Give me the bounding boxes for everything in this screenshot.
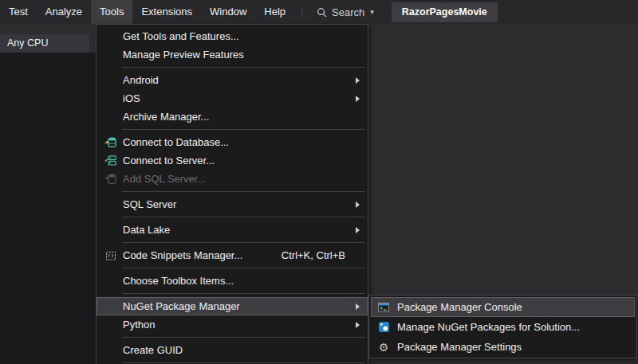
search-box[interactable]: Search ▾	[309, 0, 381, 24]
icon-spacer	[102, 110, 120, 124]
menu-separator	[122, 362, 365, 363]
menu-item-connect-to-server[interactable]: Connect to Server...	[96, 151, 368, 170]
icon-spacer	[102, 343, 120, 358]
editor-background	[0, 53, 96, 364]
submenu-arrow-icon	[356, 227, 360, 233]
database-plug-icon	[102, 135, 120, 150]
tools-dropdown-menu: Get Tools and Features... Manage Preview…	[96, 24, 368, 364]
vs-window: Any CPU Test Analyze Tools Extensions Wi…	[0, 0, 638, 364]
menu-item-label: Connect to Server...	[123, 155, 363, 166]
icon-spacer	[102, 48, 120, 62]
menu-separator	[122, 129, 365, 130]
menu-item-connect-to-database[interactable]: Connect to Database...	[96, 133, 368, 151]
menu-help[interactable]: Help	[255, 0, 294, 24]
submenu-arrow-icon	[356, 77, 360, 84]
gear-icon: ⚙	[376, 340, 392, 354]
menu-item-android[interactable]: Android	[96, 71, 368, 89]
menu-separator	[122, 242, 365, 243]
icon-spacer	[102, 73, 120, 88]
menu-item-label: Add SQL Server...	[123, 173, 363, 185]
menu-separator	[122, 337, 365, 338]
menu-item-label: Manage Preview Features	[123, 49, 363, 61]
menu-item-label: Archive Manager...	[123, 111, 363, 123]
menu-item-label: Code Snippets Manager...	[123, 249, 282, 261]
menu-separator	[122, 191, 365, 192]
submenu-item-package-manager-settings[interactable]: ⚙ Package Manager Settings	[371, 337, 635, 357]
submenu-item-label: Manage NuGet Packages for Solution...	[397, 321, 628, 333]
menu-tools[interactable]: Tools	[91, 0, 132, 24]
startup-project-button[interactable]: RazorPagesMovie	[392, 2, 498, 22]
nuget-icon	[376, 320, 392, 335]
menu-item-ios[interactable]: iOS	[96, 89, 368, 108]
submenu-arrow-icon	[356, 322, 360, 328]
submenu-arrow-icon	[356, 303, 360, 310]
menu-separator	[122, 268, 365, 268]
icon-spacer	[102, 318, 120, 332]
menu-item-nuget-package-manager[interactable]: NuGet Package Manager	[96, 297, 368, 315]
menu-separator	[122, 217, 365, 217]
icon-spacer	[102, 92, 120, 106]
menu-item-label: Connect to Database...	[123, 136, 363, 148]
menu-item-label: Choose Toolbox Items...	[123, 275, 363, 287]
submenu-arrow-icon	[356, 202, 360, 208]
menu-item-label: Android	[123, 74, 356, 86]
icon-spacer	[102, 274, 120, 288]
menu-window[interactable]: Window	[201, 0, 255, 24]
menu-item-label: Python	[123, 319, 356, 331]
icon-spacer	[102, 223, 120, 237]
menu-bar: Test Analyze Tools Extensions Window Hel…	[0, 0, 638, 24]
icon-spacer	[102, 299, 120, 314]
menu-analyze[interactable]: Analyze	[37, 0, 91, 24]
menu-item-archive-manager[interactable]: Archive Manager...	[96, 108, 368, 126]
platform-selector[interactable]: Any CPU	[0, 34, 89, 53]
submenu-arrow-icon	[356, 96, 360, 102]
menu-item-choose-toolbox-items[interactable]: Choose Toolbox Items...	[96, 272, 368, 290]
menu-item-label: iOS	[123, 92, 356, 104]
menu-item-add-sql-server[interactable]: Add SQL Server...	[96, 170, 368, 188]
menu-test[interactable]: Test	[0, 0, 37, 24]
menu-extensions[interactable]: Extensions	[132, 0, 201, 24]
search-icon	[317, 7, 327, 18]
menu-separator	[122, 293, 365, 294]
menu-item-manage-preview-features[interactable]: Manage Preview Features	[96, 45, 368, 64]
server-plug-icon	[102, 154, 120, 168]
submenu-item-label: Package Manager Settings	[397, 341, 628, 353]
menu-item-create-guid[interactable]: Create GUID	[96, 341, 368, 359]
menubar-divider	[301, 6, 302, 18]
menu-item-label: Create GUID	[123, 344, 363, 356]
menu-item-label: Data Lake	[123, 224, 356, 236]
submenu-item-package-manager-console[interactable]: Package Manager Console	[371, 297, 635, 317]
menu-item-python[interactable]: Python	[96, 315, 368, 334]
menu-item-label: Get Tools and Features...	[123, 30, 363, 42]
menu-item-code-snippets-manager[interactable]: Code Snippets Manager... Ctrl+K, Ctrl+B	[96, 246, 368, 264]
menu-item-get-tools-and-features[interactable]: Get Tools and Features...	[96, 27, 368, 45]
console-icon	[376, 300, 392, 315]
menu-item-shortcut: Ctrl+K, Ctrl+B	[282, 249, 345, 261]
menu-item-data-lake[interactable]: Data Lake	[96, 221, 368, 239]
submenu-item-manage-nuget-packages[interactable]: Manage NuGet Packages for Solution...	[371, 317, 635, 337]
menu-item-sql-server[interactable]: SQL Server	[96, 195, 368, 213]
menu-separator	[122, 67, 365, 68]
caret-down-icon: ▾	[370, 8, 374, 16]
search-label: Search	[332, 6, 364, 18]
code-snippets-icon	[102, 249, 120, 263]
menu-item-label: NuGet Package Manager	[123, 300, 356, 312]
add-sql-server-icon	[102, 172, 120, 186]
icon-spacer	[102, 198, 120, 212]
icon-spacer	[102, 29, 120, 44]
submenu-item-label: Package Manager Console	[397, 301, 628, 313]
menu-item-label: SQL Server	[123, 198, 356, 210]
nuget-submenu: Package Manager Console Manage NuGet Pac…	[368, 295, 637, 358]
